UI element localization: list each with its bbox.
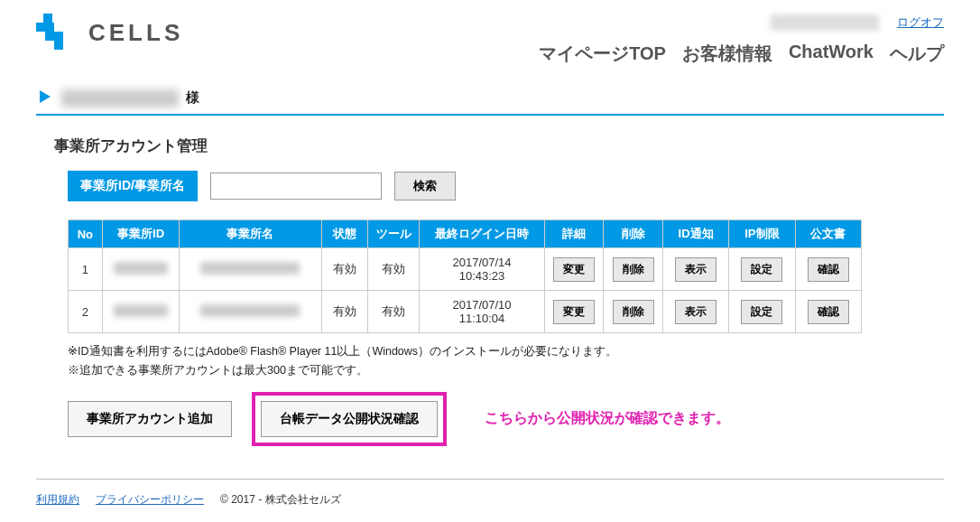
nav-customer-info[interactable]: お客様情報 [682, 42, 772, 66]
section-title: 事業所アカウント管理 [36, 135, 944, 156]
cells-logo-icon [36, 14, 79, 52]
change-button[interactable]: 変更 [553, 257, 595, 282]
nav-mypage-top[interactable]: マイページTOP [539, 42, 666, 66]
privacy-link[interactable]: プライバシーポリシー [96, 492, 204, 508]
svg-rect-2 [45, 23, 54, 32]
delete-button[interactable]: 削除 [613, 257, 654, 282]
col-status: 状態 [321, 220, 367, 248]
col-delete: 削除 [604, 220, 663, 248]
notes: ※ID通知書を利用するにはAdobe® Flash® Player 11以上（W… [68, 342, 944, 381]
highlight-box: 台帳データ公開状況確認 [252, 392, 447, 446]
header: CELLS ログオフ マイページTOP お客様情報 ChatWork ヘルプ [36, 9, 944, 66]
logo-text: CELLS [88, 19, 183, 47]
footer: 利用規約 プライバシーポリシー © 2017 - 株式会社セルズ [36, 479, 944, 520]
company-name-display [61, 89, 179, 107]
col-ip-restrict: IP制限 [729, 220, 795, 248]
callout-text: こちらから公開状況が確認できます。 [485, 409, 730, 428]
settings-button[interactable]: 設定 [741, 257, 782, 282]
logo[interactable]: CELLS [36, 9, 183, 52]
cell-no: 2 [69, 291, 103, 333]
username-display [771, 14, 879, 31]
svg-rect-0 [43, 14, 52, 23]
svg-rect-4 [54, 32, 63, 41]
settings-button[interactable]: 設定 [741, 300, 782, 324]
ledger-status-button[interactable]: 台帳データ公開状況確認 [261, 401, 438, 437]
terms-link[interactable]: 利用規約 [36, 492, 79, 508]
delete-button[interactable]: 削除 [613, 300, 654, 324]
table-row: 2 有効 有効 2017/07/1011:10:04 変更 削除 表示 設定 確… [69, 291, 862, 333]
cell-no: 1 [69, 248, 103, 291]
cell-last-login: 2017/07/1011:10:04 [420, 291, 545, 333]
bottom-actions: 事業所アカウント追加 台帳データ公開状況確認 こちらから公開状況が確認できます。 [68, 392, 944, 446]
cell-office-id [102, 291, 180, 333]
table-row: 1 有効 有効 2017/07/1410:43:23 変更 削除 表示 設定 確… [69, 248, 862, 291]
cell-status: 有効 [321, 291, 367, 333]
col-tool: ツール [367, 220, 419, 248]
confirm-button[interactable]: 確認 [808, 300, 849, 324]
search-input[interactable] [210, 172, 382, 200]
svg-rect-5 [54, 41, 63, 50]
show-button[interactable]: 表示 [675, 300, 717, 324]
cell-office-id [102, 248, 180, 291]
divider [36, 114, 944, 116]
search-label: 事業所ID/事業所名 [68, 171, 198, 201]
cell-tool: 有効 [367, 248, 419, 291]
col-detail: 詳細 [544, 220, 604, 248]
show-button[interactable]: 表示 [675, 257, 717, 282]
copyright: © 2017 - 株式会社セルズ [220, 492, 341, 508]
svg-marker-6 [40, 90, 51, 103]
greeting-suffix: 様 [186, 89, 199, 107]
col-no: No [69, 220, 103, 248]
cell-office-name [180, 291, 321, 333]
svg-rect-3 [45, 32, 54, 41]
add-account-button[interactable]: 事業所アカウント追加 [68, 401, 232, 437]
nav-help[interactable]: ヘルプ [890, 42, 944, 66]
col-documents: 公文書 [795, 220, 861, 248]
change-button[interactable]: 変更 [553, 300, 595, 324]
confirm-button[interactable]: 確認 [808, 257, 849, 282]
note-limit: ※追加できる事業所アカウントは最大300まで可能です。 [68, 361, 944, 380]
search-bar: 事業所ID/事業所名 検索 [68, 171, 944, 201]
greeting: 様 [36, 88, 944, 108]
svg-rect-1 [36, 23, 45, 32]
col-last-login: 最終ログイン日時 [420, 220, 545, 248]
main-nav: マイページTOP お客様情報 ChatWork ヘルプ [539, 42, 944, 66]
nav-chatwork[interactable]: ChatWork [789, 42, 874, 66]
col-office-id: 事業所ID [102, 220, 180, 248]
logoff-link[interactable]: ログオフ [897, 14, 944, 31]
cell-status: 有効 [321, 248, 367, 291]
col-office-name: 事業所名 [180, 220, 321, 248]
col-id-notify: ID通知 [662, 220, 728, 248]
cell-office-name [180, 248, 321, 291]
search-button[interactable]: 検索 [394, 172, 456, 200]
play-icon [36, 88, 54, 108]
cell-tool: 有効 [367, 291, 419, 333]
accounts-table: No 事業所ID 事業所名 状態 ツール 最終ログイン日時 詳細 削除 ID通知… [68, 219, 862, 333]
cell-last-login: 2017/07/1410:43:23 [420, 248, 545, 291]
note-flash: ※ID通知書を利用するにはAdobe® Flash® Player 11以上（W… [68, 342, 944, 361]
